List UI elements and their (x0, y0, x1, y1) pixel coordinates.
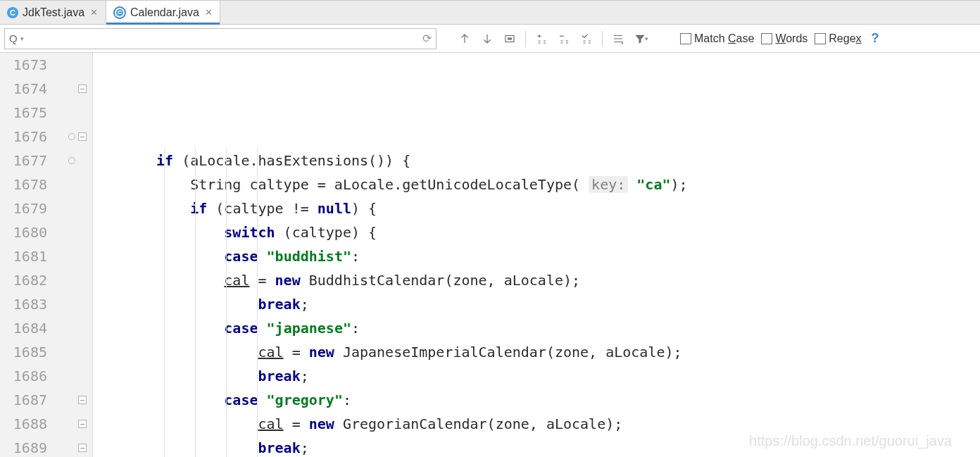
tab-label: JdkTest.java (23, 6, 84, 19)
search-options-caret-icon[interactable]: ▾ (20, 35, 24, 42)
line-number: 1686 (0, 364, 47, 388)
line-number: 1685 (0, 340, 47, 364)
code-line[interactable]: case "buddhist": (93, 244, 980, 268)
fold-end-icon[interactable] (78, 396, 87, 404)
java-library-class-icon: C (113, 6, 126, 19)
fold-end-icon[interactable] (78, 444, 87, 452)
line-number: 1684 (0, 316, 47, 340)
code-line[interactable]: if (aLocale.hasExtensions()) { (93, 149, 980, 173)
code-line[interactable]: String caltype = aLocale.getUnicodeLocal… (93, 173, 980, 196)
separator (525, 31, 526, 46)
next-occurrence-button[interactable] (477, 29, 497, 49)
line-number: 1687 (0, 388, 47, 412)
separator (602, 31, 603, 46)
search-input[interactable] (27, 32, 420, 44)
search-icon: Q (9, 32, 18, 44)
line-number: 1676 (0, 125, 47, 149)
code-line[interactable]: break; (93, 436, 980, 457)
tab-bar: C JdkTest.java ✕ C Calendar.java ✕ (0, 1, 980, 25)
match-case-checkbox[interactable]: Match Case (680, 32, 754, 45)
line-number: 1680 (0, 220, 47, 244)
select-all-button[interactable] (577, 29, 596, 49)
line-number: 1679 (0, 196, 47, 220)
code-line[interactable]: break; (93, 364, 980, 388)
regex-label: Regex (829, 32, 861, 45)
svg-rect-1 (508, 37, 512, 39)
line-number: 1689 (0, 436, 47, 457)
line-number: 1675 (0, 101, 47, 125)
tab-calendar[interactable]: C Calendar.java ✕ (106, 1, 220, 24)
prev-occurrence-button[interactable] (455, 29, 475, 49)
code-line[interactable]: case "japanese": (93, 316, 980, 340)
code-line[interactable]: switch (caltype) { (93, 220, 980, 244)
words-label: Words (775, 32, 808, 45)
line-number: 1678 (0, 173, 47, 196)
filter-button[interactable]: ▾ (631, 29, 651, 49)
help-button[interactable]: ? (872, 31, 879, 46)
tab-label: Calendar.java (130, 6, 199, 19)
gutter-marker-icon (67, 156, 77, 165)
find-toolbar: Q ▾ ⟳ ▾ Match Case Words Regex (0, 25, 980, 53)
line-number: 1683 (0, 292, 47, 316)
code-line[interactable]: case "gregory": (93, 388, 980, 412)
add-selection-next-button[interactable] (532, 29, 551, 49)
line-number: 1682 (0, 268, 47, 292)
fold-end-icon[interactable] (78, 420, 87, 428)
checkbox-icon (815, 33, 826, 44)
search-box[interactable]: Q ▾ ⟳ (4, 28, 436, 49)
match-case-label: Match Case (694, 32, 754, 45)
fold-toggle-icon[interactable] (78, 132, 87, 141)
code-line[interactable]: cal = new JapaneseImperialCalendar(zone,… (93, 340, 980, 364)
code-line[interactable]: cal = new GregorianCalendar(zone, aLocal… (93, 412, 980, 436)
editor[interactable]: 1673167416751676167716781679168016811682… (0, 53, 980, 457)
svg-point-2 (68, 133, 75, 139)
tab-jdktest[interactable]: C JdkTest.java ✕ (0, 1, 106, 24)
svg-point-3 (68, 157, 75, 163)
line-number: 1688 (0, 412, 47, 436)
words-checkbox[interactable]: Words (761, 32, 808, 45)
select-all-occurrences-button[interactable] (500, 29, 520, 49)
gutter: 1673167416751676167716781679168016811682… (0, 53, 93, 457)
checkbox-icon (761, 33, 772, 44)
code-line[interactable] (93, 125, 980, 149)
code-line[interactable]: if (caltype != null) { (93, 196, 980, 220)
fold-toggle-icon[interactable] (78, 84, 87, 93)
regex-checkbox[interactable]: Regex (815, 32, 861, 45)
line-number: 1674 (0, 77, 47, 101)
gutter-marker-icon (67, 132, 77, 142)
close-icon[interactable]: ✕ (205, 7, 213, 18)
line-number: 1673 (0, 53, 47, 77)
line-number: 1677 (0, 149, 47, 173)
java-class-icon: C (7, 7, 18, 18)
checkbox-icon (680, 33, 691, 44)
line-number: 1681 (0, 244, 47, 268)
remove-selection-button[interactable] (554, 29, 574, 49)
close-icon[interactable]: ✕ (90, 7, 98, 18)
toggle-filter-popup-button[interactable] (608, 29, 628, 49)
code-line[interactable]: cal = new BuddhistCalendar(zone, aLocale… (93, 268, 980, 292)
code-line[interactable]: break; (93, 292, 980, 316)
code-area[interactable]: if (aLocale.hasExtensions()) { String ca… (93, 53, 980, 457)
search-history-icon[interactable]: ⟳ (422, 32, 432, 45)
